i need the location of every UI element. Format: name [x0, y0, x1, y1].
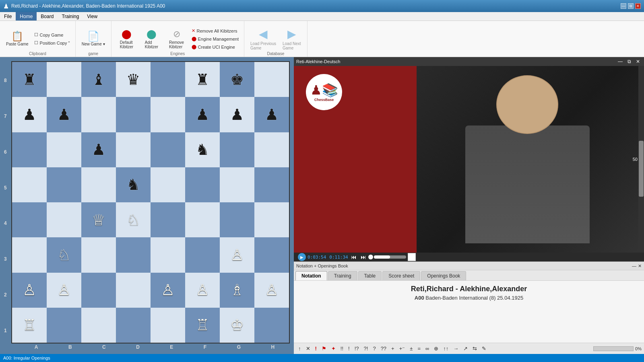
cell-d3[interactable] — [116, 237, 151, 272]
cell-g8[interactable]: ♚ — [220, 62, 254, 97]
video-controls[interactable]: ▶ 0:03:54 0:11:34 ⏮ ⏭ — [296, 253, 417, 261]
notation-tabs[interactable]: Notation Training Table Score sheet Open… — [294, 270, 644, 281]
tool-flag[interactable]: ⚑ — [320, 344, 328, 353]
cell-d8[interactable]: ♛ — [116, 62, 151, 97]
cell-a7[interactable]: ♟ — [12, 97, 47, 132]
tab-training[interactable]: Training — [328, 271, 357, 280]
cell-g6[interactable] — [220, 132, 254, 167]
video-scrollbar[interactable] — [638, 66, 644, 253]
tool-question[interactable]: ? — [371, 344, 378, 353]
tool-diagonal-arrow[interactable]: ↗ — [461, 344, 470, 353]
cell-c7[interactable] — [81, 97, 116, 132]
tool-arrow-right[interactable]: → — [451, 344, 460, 353]
video-scroll-thumb[interactable] — [639, 141, 644, 197]
video-close-button[interactable]: ✕ — [634, 59, 642, 64]
cell-e2[interactable]: ♙ — [151, 273, 185, 308]
cell-d6[interactable] — [116, 132, 151, 167]
cell-h5[interactable] — [254, 167, 289, 202]
cell-h7[interactable]: ♟ — [254, 97, 289, 132]
create-uci-engine-button[interactable]: ⬤ Create UCI Engine — [190, 43, 241, 51]
cell-d1[interactable] — [116, 308, 151, 343]
cell-c3[interactable] — [81, 237, 116, 272]
cell-f5[interactable] — [185, 167, 220, 202]
notation-title-buttons[interactable]: — ✕ — [632, 263, 642, 269]
tool-exchange[interactable]: ⇆ — [471, 344, 479, 353]
menu-home[interactable]: Home — [16, 12, 37, 21]
cell-b2[interactable]: ♙ — [47, 273, 81, 308]
tool-exclaim-question[interactable]: !? — [353, 344, 361, 353]
cell-h6[interactable] — [254, 132, 289, 167]
cell-g7[interactable]: ♟ — [220, 97, 254, 132]
tool-arrow-up[interactable]: ↑ — [296, 344, 303, 353]
video-minimize-button[interactable]: — — [616, 59, 624, 64]
cell-h3[interactable] — [254, 237, 289, 272]
forward-button[interactable]: ⏭ — [359, 254, 367, 260]
tool-double-exclaim[interactable]: !! — [339, 344, 345, 353]
notation-minimize-button[interactable]: — — [632, 263, 636, 269]
play-button[interactable]: ▶ — [298, 253, 306, 261]
menu-view[interactable]: View — [83, 12, 101, 21]
cell-g4[interactable] — [220, 202, 254, 237]
cell-c1[interactable] — [81, 308, 116, 343]
cell-f4[interactable] — [185, 202, 220, 237]
cell-a1[interactable]: ♖ — [12, 308, 47, 343]
tool-double-arrow[interactable]: ↑↑ — [441, 344, 450, 353]
tab-table[interactable]: Table — [358, 271, 382, 280]
menu-training[interactable]: Training — [58, 12, 83, 21]
cell-d5[interactable]: ♞ — [116, 167, 151, 202]
tool-circleplus[interactable]: ⊕ — [432, 344, 440, 353]
maximize-button[interactable]: ⧉ — [628, 3, 634, 9]
cell-b8[interactable] — [47, 62, 81, 97]
cell-a6[interactable] — [12, 132, 47, 167]
tool-infinity[interactable]: ∞ — [423, 344, 431, 353]
add-kibitzer-button[interactable]: ⬤ AddKibitzer — [140, 27, 164, 51]
cell-a2[interactable]: ♙ — [12, 273, 47, 308]
cell-h2[interactable]: ♙ — [254, 273, 289, 308]
tool-exclaim[interactable]: ! — [313, 344, 319, 353]
tab-openings-book[interactable]: Openings Book — [421, 271, 466, 280]
cell-a8[interactable]: ♜ — [12, 62, 47, 97]
copy-game-button[interactable]: ☐ Copy Game — [32, 31, 72, 39]
cell-f2[interactable]: ♙ — [185, 273, 220, 308]
cell-a4[interactable] — [12, 202, 47, 237]
new-game-button[interactable]: 📄 New Game ▾ — [79, 29, 108, 48]
rewind-button[interactable]: ⏮ — [350, 254, 358, 260]
cell-d2[interactable] — [116, 273, 151, 308]
chess-board[interactable]: ♜♝♛♜♚♟♟♟♟♟♟♞♞♕♘♘♙♙♙♙♙♗♙♖♖♔ — [11, 61, 290, 343]
menu-file[interactable]: File — [0, 12, 16, 21]
volume-bar[interactable] — [374, 255, 406, 259]
load-previous-game-button[interactable]: ◀ Load PreviousGame — [248, 25, 279, 52]
copy-position-button[interactable]: ☐ Position Copy '' — [32, 39, 72, 47]
tool-plusequal[interactable]: ± — [408, 344, 415, 353]
cell-e3[interactable] — [151, 237, 185, 272]
tool-plus-minus[interactable]: +⁻ — [397, 344, 407, 353]
notation-toolbar[interactable]: ↑ ✕ ! ⚑ ✦ !! ! !? ?! ? ?? + +⁻ ± = ∞ ⊕ ↑… — [294, 343, 644, 354]
cell-g1[interactable]: ♔ — [220, 308, 254, 343]
title-bar-controls[interactable]: — ⧉ ✕ — [621, 3, 641, 9]
cell-g2[interactable]: ♗ — [220, 273, 254, 308]
cell-h4[interactable] — [254, 202, 289, 237]
cell-e7[interactable] — [151, 97, 185, 132]
cell-c5[interactable] — [81, 167, 116, 202]
cell-c6[interactable]: ♟ — [81, 132, 116, 167]
paste-game-button[interactable]: 📋 Paste Game — [3, 29, 31, 48]
tool-plus[interactable]: + — [389, 344, 396, 353]
cell-c2[interactable] — [81, 273, 116, 308]
engine-management-button[interactable]: ⬤ Engine Management — [190, 35, 241, 43]
cell-b1[interactable] — [47, 308, 81, 343]
minimize-button[interactable]: — — [621, 3, 626, 9]
cell-d4[interactable]: ♘ — [116, 202, 151, 237]
tool-single-exclaim2[interactable]: ! — [346, 344, 352, 353]
cell-h8[interactable] — [254, 62, 289, 97]
cell-g5[interactable] — [220, 167, 254, 202]
video-expand-button[interactable]: ⧉ — [626, 59, 633, 64]
remove-all-kibitzers-button[interactable]: ✕ Remove All Kibitzers — [190, 27, 241, 35]
tool-double-question[interactable]: ?? — [379, 344, 388, 353]
notation-close-button[interactable]: ✕ — [638, 263, 642, 269]
cell-f8[interactable]: ♜ — [185, 62, 220, 97]
tool-pencil[interactable]: ✎ — [480, 344, 488, 353]
tab-notation[interactable]: Notation — [295, 271, 327, 280]
cell-e1[interactable] — [151, 308, 185, 343]
cell-f3[interactable] — [185, 237, 220, 272]
menu-board[interactable]: Board — [37, 12, 58, 21]
